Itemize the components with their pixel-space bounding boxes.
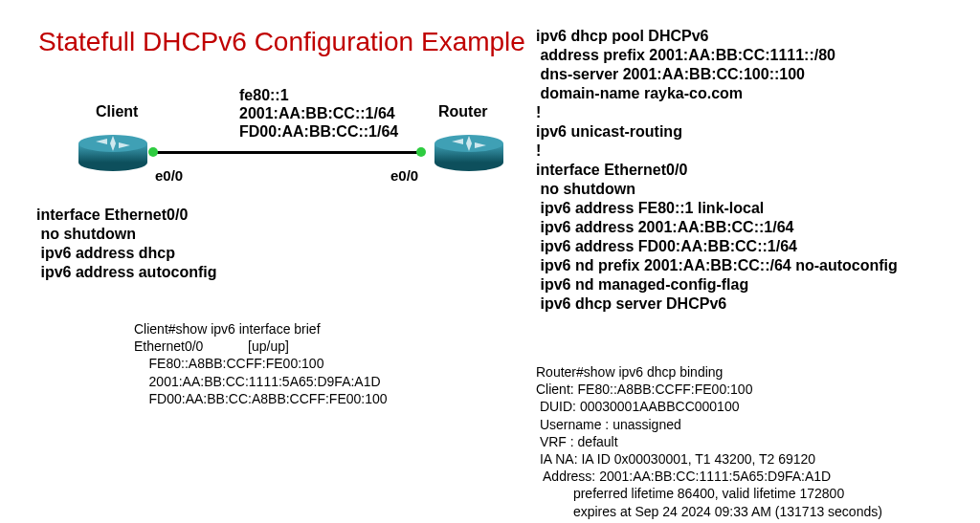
client-config-block: interface Ethernet0/0 no shutdown ipv6 a… — [36, 206, 216, 282]
link-addresses: fe80::1 2001:AA:BB:CC::1/64 FD00:AA:BB:C… — [239, 86, 398, 142]
network-link — [153, 151, 421, 154]
client-interface-label: e0/0 — [155, 167, 183, 184]
page-title: Statefull DHCPv6 Configuration Example — [38, 27, 525, 57]
client-port-dot — [148, 147, 158, 157]
router-config-block: ipv6 dhcp pool DHCPv6 address prefix 200… — [536, 27, 898, 314]
client-label: Client — [96, 103, 138, 120]
router-show-output: Router#show ipv6 dhcp binding Client: FE… — [536, 363, 882, 520]
client-router-icon — [75, 126, 151, 172]
server-router-icon — [431, 126, 507, 172]
router-port-dot — [416, 147, 426, 157]
router-interface-label: e0/0 — [390, 167, 418, 184]
client-show-output: Client#show ipv6 interface brief Etherne… — [134, 320, 388, 407]
router-label: Router — [438, 103, 488, 120]
